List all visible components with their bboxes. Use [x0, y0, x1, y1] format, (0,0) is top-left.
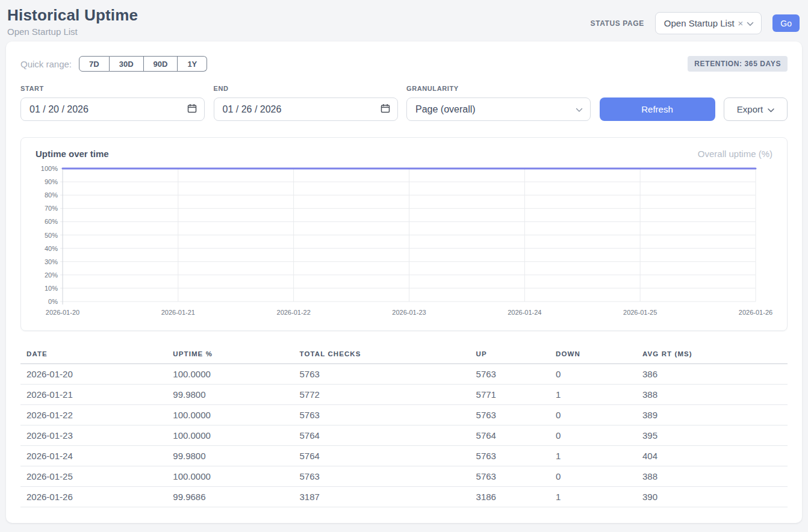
table-cell: 5763 [294, 364, 470, 385]
table-cell: 5764 [294, 425, 470, 446]
table-cell: 3186 [470, 487, 550, 507]
table-cell: 2026-01-21 [20, 385, 167, 405]
table-header-row: DATE UPTIME % TOTAL CHECKS UP DOWN AVG R… [20, 345, 788, 364]
status-page-controls: STATUS PAGE Open Startup List × Go [591, 12, 800, 34]
svg-text:2026-01-20: 2026-01-20 [46, 309, 79, 316]
table-cell: 5763 [294, 405, 470, 425]
table-cell: 0 [550, 405, 636, 425]
table-cell: 5763 [294, 466, 470, 487]
quick-range-7d-button[interactable]: 7D [79, 56, 110, 72]
quick-range-30d-button[interactable]: 30D [110, 56, 144, 72]
chevron-down-icon [747, 18, 754, 29]
table-cell: 100.0000 [167, 425, 293, 446]
table-cell: 1 [550, 446, 636, 466]
go-button[interactable]: Go [772, 14, 800, 32]
table-cell: 2026-01-22 [20, 405, 167, 425]
col-date: DATE [20, 345, 167, 364]
title-block: Historical Uptime Open Startup List [7, 6, 138, 37]
start-date-input[interactable]: 01 / 20 / 2026 [20, 97, 205, 121]
page-subtitle: Open Startup List [7, 26, 138, 37]
table-cell: 100.0000 [167, 364, 293, 385]
uptime-chart-card: Uptime over time Overall uptime (%) 0%10… [20, 137, 788, 331]
table-cell: 5764 [294, 446, 470, 466]
start-date-value: 01 / 20 / 2026 [30, 104, 187, 115]
svg-text:2026-01-21: 2026-01-21 [161, 309, 195, 316]
table-row: 2026-01-22100.0000576357630389 [20, 405, 788, 425]
table-cell: 5764 [470, 425, 550, 446]
end-date-label: END [214, 85, 398, 92]
main-panel: Quick range: 7D 30D 90D 1Y RETENTION: 36… [6, 42, 802, 523]
svg-text:2026-01-23: 2026-01-23 [392, 309, 426, 316]
export-button[interactable]: Export [724, 97, 788, 121]
chart-plot-area: 0%10%20%30%40%50%60%70%80%90%100%2026-01… [36, 166, 772, 326]
quick-range-row: Quick range: 7D 30D 90D 1Y RETENTION: 36… [20, 56, 788, 72]
table-cell: 2026-01-24 [20, 446, 167, 466]
svg-text:0%: 0% [48, 298, 58, 305]
status-page-label: STATUS PAGE [591, 19, 644, 28]
end-date-value: 01 / 26 / 2026 [223, 104, 381, 115]
svg-text:2026-01-25: 2026-01-25 [623, 309, 657, 316]
chevron-down-icon [768, 104, 774, 114]
refresh-button[interactable]: Refresh [600, 97, 715, 121]
col-total-checks: TOTAL CHECKS [294, 345, 470, 364]
table-cell: 395 [636, 425, 788, 446]
chart-header: Uptime over time Overall uptime (%) [36, 149, 772, 159]
table-cell: 100.0000 [167, 405, 293, 425]
col-avg-rt: AVG RT (MS) [636, 345, 788, 364]
table-cell: 2026-01-20 [20, 364, 167, 385]
quick-range-1y-button[interactable]: 1Y [178, 56, 207, 72]
table-cell: 404 [636, 446, 788, 466]
quick-range-group: 7D 30D 90D 1Y [79, 56, 207, 72]
start-date-label: START [20, 85, 205, 92]
page-header: Historical Uptime Open Startup List STAT… [0, 0, 808, 42]
status-page-select[interactable]: Open Startup List × [655, 12, 762, 34]
table-cell: 5763 [470, 466, 550, 487]
table-cell: 5763 [470, 446, 550, 466]
table-row: 2026-01-2199.9800577257711388 [20, 385, 788, 405]
table-cell: 386 [636, 364, 788, 385]
svg-text:2026-01-22: 2026-01-22 [277, 309, 311, 316]
table-cell: 388 [636, 466, 788, 487]
svg-text:10%: 10% [45, 285, 58, 292]
svg-text:50%: 50% [45, 232, 58, 239]
svg-text:70%: 70% [45, 205, 58, 212]
table-cell: 1 [550, 385, 636, 405]
calendar-icon[interactable] [381, 104, 390, 116]
svg-text:100%: 100% [41, 166, 58, 172]
svg-text:80%: 80% [45, 191, 58, 199]
granularity-select[interactable]: Page (overall) [406, 97, 591, 121]
table-cell: 390 [636, 487, 788, 507]
chart-title: Uptime over time [36, 149, 109, 159]
calendar-icon[interactable] [187, 104, 197, 116]
clear-selection-icon[interactable]: × [738, 19, 744, 28]
table-cell: 3187 [294, 487, 470, 507]
quick-range-90d-button[interactable]: 90D [144, 56, 178, 72]
table-row: 2026-01-2499.9800576457631404 [20, 446, 788, 466]
table-cell: 99.9800 [167, 385, 293, 405]
svg-text:2026-01-24: 2026-01-24 [508, 309, 541, 316]
table-cell: 99.9800 [167, 446, 293, 466]
col-down: DOWN [550, 345, 636, 364]
svg-text:90%: 90% [45, 178, 58, 185]
status-page-selected-value: Open Startup List [664, 18, 735, 28]
svg-text:2026-01-26: 2026-01-26 [739, 309, 772, 316]
svg-text:40%: 40% [45, 245, 58, 252]
table-cell: 99.9686 [167, 487, 293, 507]
chart-legend: Overall uptime (%) [698, 149, 772, 159]
table-cell: 0 [550, 425, 636, 446]
page-title: Historical Uptime [7, 6, 138, 25]
svg-text:60%: 60% [45, 218, 58, 225]
end-date-input[interactable]: 01 / 26 / 2026 [214, 97, 398, 121]
table-cell: 5771 [470, 385, 550, 405]
table-row: 2026-01-2699.9686318731861390 [20, 487, 788, 507]
table-cell: 2026-01-23 [20, 425, 167, 446]
quick-range-label: Quick range: [20, 59, 72, 69]
export-button-label: Export [737, 104, 763, 114]
table-cell: 100.0000 [167, 466, 293, 487]
table-row: 2026-01-20100.0000576357630386 [20, 364, 788, 385]
svg-text:20%: 20% [45, 271, 58, 279]
table-cell: 0 [550, 364, 636, 385]
table-cell: 2026-01-26 [20, 487, 167, 507]
granularity-field: GRANULARITY Page (overall) [406, 85, 591, 121]
table-cell: 1 [550, 487, 636, 507]
